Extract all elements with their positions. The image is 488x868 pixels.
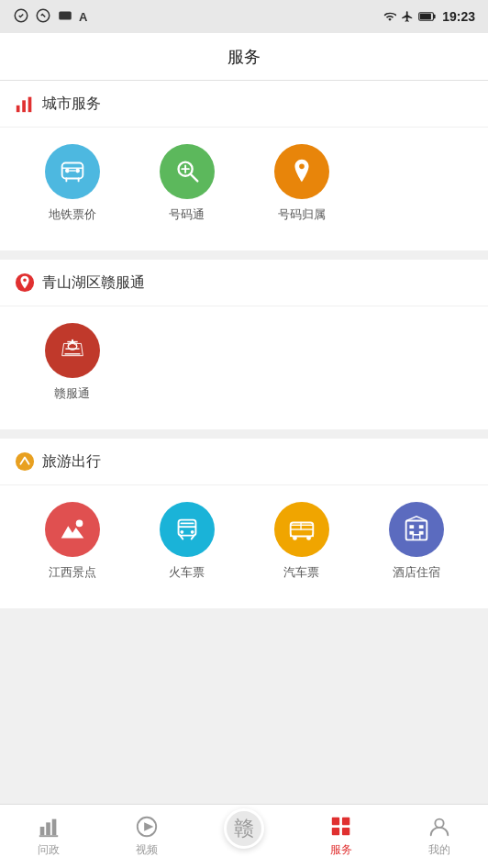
train-ticket-icon [160,502,215,557]
gan-service-item[interactable]: 赣服通 [15,323,129,402]
nav-mine-icon [427,815,451,839]
status-bar-left: A [13,7,87,27]
header: 服务 [0,33,488,81]
qingshan-icon [15,273,35,293]
svg-marker-36 [144,822,153,830]
svg-rect-2 [59,11,72,19]
jiangxi-scenic-item[interactable]: 江西景点 [15,502,129,581]
time-display: 19:23 [442,9,475,24]
svg-rect-39 [332,828,339,835]
number-code-icon [160,144,215,199]
svg-rect-7 [22,100,26,112]
travel-title: 旅游出行 [42,452,101,472]
status-bar: A 19:23 [0,0,488,33]
bus-ticket-label: 汽车票 [283,564,319,581]
location-badge-icon [15,273,35,293]
qingshan-header: 青山湖区赣服通 [0,260,488,306]
travel-icon [15,451,35,472]
bus-ticket-item[interactable]: 汽车票 [244,502,359,581]
city-services-header: 城市服务 [0,81,488,128]
status-icon-1 [13,7,29,27]
qingshan-title: 青山湖区赣服通 [42,273,145,293]
svg-point-21 [180,530,183,534]
city-services-title: 城市服务 [42,95,101,114]
travel-section: 旅游出行 江西景点 火车票 汽车票 [0,439,488,608]
city-services-icon [15,94,35,114]
bus-ticket-icon [274,502,329,557]
status-icon-2 [35,7,51,27]
wifi-icon [383,10,396,23]
airplane-icon [401,10,414,23]
svg-point-19 [75,520,83,528]
svg-rect-4 [434,15,436,18]
svg-rect-33 [52,819,57,836]
svg-point-18 [16,452,34,471]
status-icons [383,10,437,23]
nav-video-label: 视频 [136,842,158,858]
svg-rect-38 [342,818,349,825]
svg-rect-27 [409,525,414,529]
train-ticket-item[interactable]: 火车票 [129,502,244,581]
nav-home-icon: 赣 [224,808,264,849]
number-code-label: 号码通 [169,206,205,223]
travel-grid: 江西景点 火车票 汽车票 酒店住宿 [0,485,488,608]
travel-section-icon [15,451,35,472]
number-belong-icon [274,144,329,199]
svg-rect-26 [405,521,427,540]
gan-service-label: 赣服通 [54,385,90,402]
svg-rect-5 [420,14,431,19]
hotel-item[interactable]: 酒店住宿 [359,502,473,581]
city-services-section: 城市服务 地铁票价 号码通 号码归属 [0,81,488,250]
hotel-label: 酒店住宿 [393,564,440,581]
svg-line-13 [190,174,197,182]
hotel-icon [389,502,444,557]
city-services-grid: 地铁票价 号码通 号码归属 [0,128,488,250]
svg-point-24 [293,536,297,540]
battery-icon [418,10,437,23]
svg-point-11 [75,169,80,173]
svg-point-10 [64,169,69,173]
svg-point-25 [306,536,311,540]
svg-point-22 [190,530,194,534]
nav-video-icon [135,815,159,839]
nav-item-mine[interactable]: 我的 [391,815,488,858]
svg-rect-31 [40,827,45,835]
svg-rect-37 [332,818,339,825]
metro-fare-icon [45,144,100,199]
qingshan-grid: 赣服通 [0,306,488,429]
travel-header: 旅游出行 [0,439,488,485]
status-icon-3 [57,7,73,27]
svg-point-41 [435,819,443,828]
svg-rect-34 [39,835,58,837]
number-belong-label: 号码归属 [278,206,326,223]
metro-fare-item[interactable]: 地铁票价 [15,144,129,223]
number-code-item[interactable]: 号码通 [129,144,244,223]
nav-item-service[interactable]: 服务 [293,815,390,858]
svg-rect-40 [342,828,349,835]
nav-wenzheng-icon [37,815,61,839]
nav-service-icon [329,815,353,839]
jiangxi-scenic-label: 江西景点 [49,564,96,581]
svg-rect-6 [17,106,20,112]
number-belong-item[interactable]: 号码归属 [244,144,359,223]
metro-fare-label: 地铁票价 [49,206,96,223]
bottom-nav: 问政 视频 赣 服务 [0,804,488,868]
status-icon-4: A [79,10,87,24]
nav-item-home[interactable]: 赣 [195,821,293,852]
gan-service-icon [45,323,100,378]
nav-item-wenzheng[interactable]: 问政 [0,815,97,858]
qingshan-section: 青山湖区赣服通 赣服通 [0,260,488,429]
page-title: 服务 [227,46,261,68]
svg-rect-28 [418,525,423,529]
nav-item-video[interactable]: 视频 [97,815,194,858]
status-bar-right: 19:23 [383,9,475,24]
train-ticket-label: 火车票 [169,564,205,581]
nav-service-label: 服务 [330,842,352,858]
content-area: 城市服务 地铁票价 号码通 号码归属 [0,81,488,804]
jiangxi-scenic-icon [45,502,100,557]
nav-mine-label: 我的 [428,842,450,858]
svg-rect-8 [28,97,32,113]
svg-rect-32 [46,822,50,835]
nav-wenzheng-label: 问政 [38,842,60,858]
